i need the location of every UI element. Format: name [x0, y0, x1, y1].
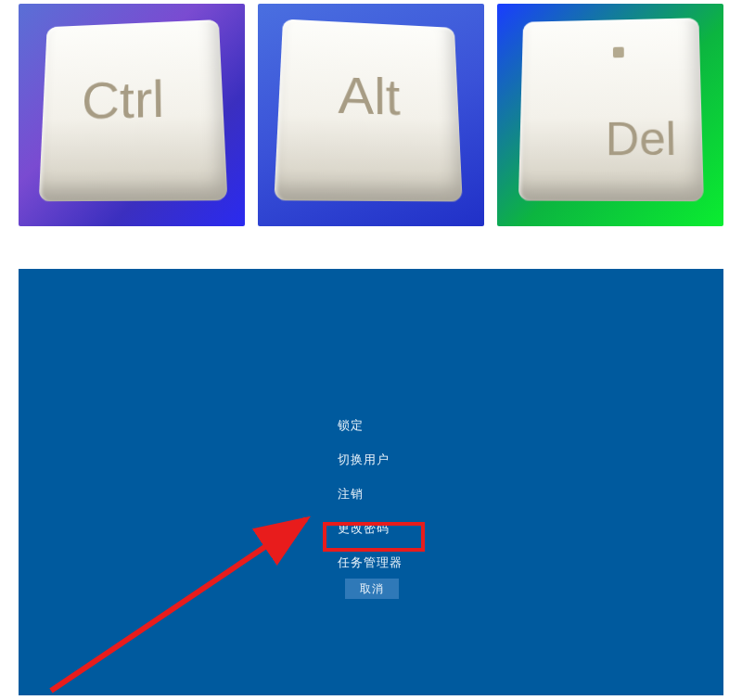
alt-keycap: Alt	[275, 19, 464, 202]
alt-key-tile: Alt	[258, 4, 484, 226]
ctrl-key-label: Ctrl	[82, 69, 165, 131]
del-key-label: Del	[606, 112, 677, 167]
cancel-button[interactable]: 取消	[345, 579, 399, 599]
sign-out-option[interactable]: 注销	[338, 484, 403, 504]
del-key-tile: Del	[497, 4, 723, 226]
windows-security-screen: 锁定 切换用户 注销 更改密码 任务管理器 取消	[19, 269, 723, 695]
annotation-arrow-icon	[19, 454, 352, 695]
lock-option[interactable]: 锁定	[338, 415, 403, 436]
svg-line-1	[51, 519, 306, 691]
change-password-option[interactable]: 更改密码	[338, 518, 403, 539]
switch-user-option[interactable]: 切换用户	[338, 450, 403, 470]
task-manager-option[interactable]: 任务管理器	[338, 553, 403, 573]
del-indicator-dot	[614, 47, 625, 58]
ctrl-key-tile: Ctrl	[19, 4, 245, 226]
alt-key-label: Alt	[338, 66, 401, 127]
ctrl-keycap: Ctrl	[39, 19, 228, 201]
security-options-menu: 锁定 切换用户 注销 更改密码 任务管理器	[338, 415, 403, 573]
del-keycap: Del	[518, 19, 704, 202]
keycap-row: Ctrl Alt Del	[0, 0, 742, 241]
